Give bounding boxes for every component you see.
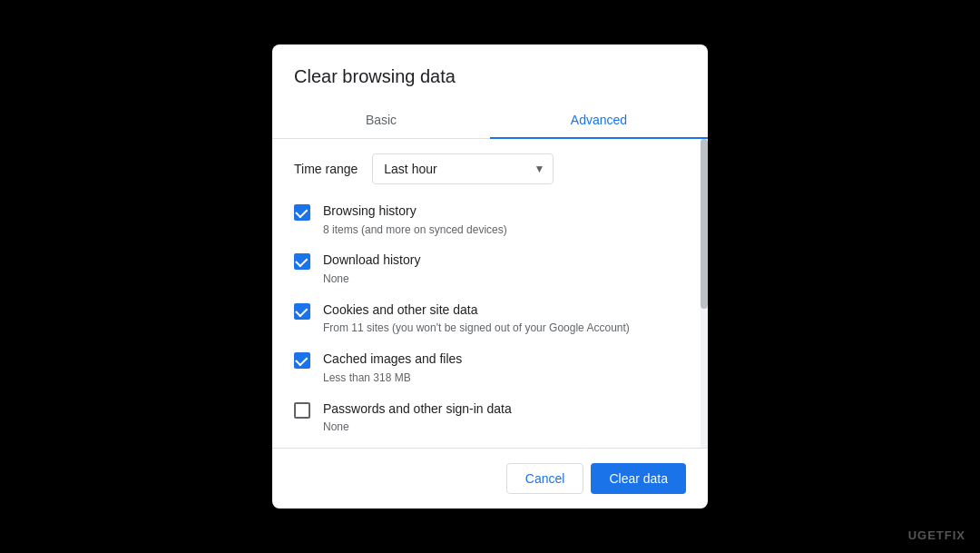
dialog-title: Clear browsing data bbox=[272, 44, 708, 87]
list-item: Cached images and files Less than 318 MB bbox=[294, 351, 686, 385]
checkbox-cached-images[interactable] bbox=[294, 352, 310, 369]
time-range-label: Time range bbox=[294, 162, 358, 176]
item-title: Passwords and other sign-in data bbox=[323, 400, 686, 419]
item-title: Cookies and other site data bbox=[323, 301, 686, 320]
time-range-row: Time range Last hour Last 24 hours Last … bbox=[294, 153, 686, 184]
checkbox-cookies[interactable] bbox=[294, 303, 310, 320]
scrollbar-thumb bbox=[701, 139, 708, 309]
list-item: Download history None bbox=[294, 252, 686, 286]
dialog-footer: Cancel Clear data bbox=[272, 448, 708, 509]
tab-advanced[interactable]: Advanced bbox=[490, 102, 708, 138]
time-range-select[interactable]: Last hour Last 24 hours Last 7 days Last… bbox=[372, 153, 554, 184]
item-title: Download history bbox=[323, 252, 686, 270]
list-item: Cookies and other site data From 11 site… bbox=[294, 301, 686, 336]
item-text-download-history: Download history None bbox=[323, 252, 686, 286]
item-subtitle: None bbox=[323, 272, 686, 287]
item-subtitle: From 11 sites (you won't be signed out o… bbox=[323, 321, 686, 336]
checkbox-download-history[interactable] bbox=[294, 253, 310, 270]
item-title: Browsing history bbox=[323, 202, 686, 221]
item-subtitle: 8 items (and more on synced devices) bbox=[323, 222, 686, 238]
item-title: Cached images and files bbox=[323, 351, 686, 369]
scrollbar[interactable] bbox=[701, 139, 708, 448]
dialog-body: Time range Last hour Last 24 hours Last … bbox=[272, 139, 708, 448]
item-text-cached-images: Cached images and files Less than 318 MB bbox=[323, 351, 686, 385]
watermark: UGETFIX bbox=[908, 528, 965, 542]
cancel-button[interactable]: Cancel bbox=[506, 463, 584, 494]
item-text-passwords: Passwords and other sign-in data None bbox=[323, 400, 686, 435]
tab-basic[interactable]: Basic bbox=[272, 102, 490, 138]
item-subtitle: None bbox=[323, 420, 686, 435]
item-text-browsing-history: Browsing history 8 items (and more on sy… bbox=[323, 202, 686, 237]
item-text-cookies: Cookies and other site data From 11 site… bbox=[323, 301, 686, 336]
checkbox-passwords[interactable] bbox=[294, 402, 310, 419]
clear-browsing-data-dialog: Clear browsing data Basic Advanced Time … bbox=[272, 44, 708, 509]
tabs-container: Basic Advanced bbox=[272, 102, 708, 139]
list-item: Browsing history 8 items (and more on sy… bbox=[294, 202, 686, 237]
item-subtitle: Less than 318 MB bbox=[323, 370, 686, 386]
list-item: Passwords and other sign-in data None bbox=[294, 400, 686, 435]
checkbox-browsing-history[interactable] bbox=[294, 204, 310, 221]
time-range-select-wrapper: Last hour Last 24 hours Last 7 days Last… bbox=[372, 153, 554, 184]
clear-data-button[interactable]: Clear data bbox=[591, 463, 686, 494]
